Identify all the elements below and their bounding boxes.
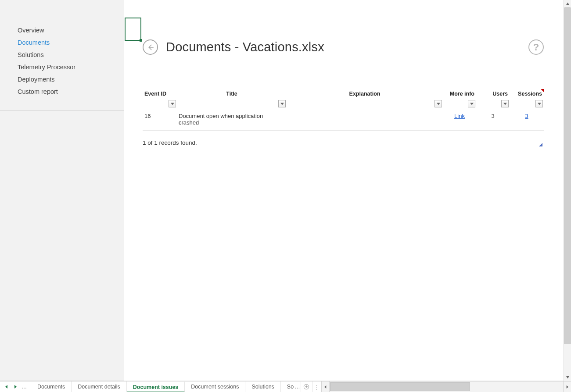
- chevron-down-icon: [470, 103, 474, 105]
- vertical-scrollbar[interactable]: [564, 0, 571, 381]
- sidebar: Overview Documents Solutions Telemetry P…: [0, 0, 124, 381]
- scroll-right-button[interactable]: [563, 381, 571, 392]
- sidebar-item-deployments[interactable]: Deployments: [0, 73, 124, 86]
- chevron-down-icon: [280, 103, 284, 105]
- sheet-nav-more[interactable]: …: [20, 384, 28, 390]
- page-title: Documents - Vacations.xlsx: [166, 40, 324, 54]
- vertical-scroll-track[interactable]: [564, 7, 571, 374]
- tab-document-details[interactable]: Document details: [72, 381, 127, 392]
- horizontal-scroll-track[interactable]: [330, 381, 563, 392]
- col-event-id-label: Event ID: [144, 91, 166, 97]
- col-more-info: More info: [443, 89, 476, 108]
- tab-documents[interactable]: Documents: [31, 381, 72, 392]
- issues-table: Event ID Title Explanation More inf: [143, 89, 544, 146]
- resize-handle-icon[interactable]: [539, 143, 542, 146]
- col-sessions-label: Sessions: [518, 91, 542, 97]
- tab-splitter[interactable]: ⋮: [312, 381, 321, 392]
- horizontal-scroll-thumb[interactable]: [330, 382, 470, 391]
- cell-more-info: Link: [443, 108, 476, 131]
- triangle-right-icon: [13, 385, 18, 389]
- ellipsis-icon: …: [294, 384, 300, 390]
- filter-explanation[interactable]: [435, 100, 442, 107]
- chevron-down-icon: [503, 103, 507, 105]
- sidebar-item-overview[interactable]: Overview: [0, 24, 124, 36]
- scroll-up-button[interactable]: [564, 0, 571, 7]
- question-mark-icon: ?: [533, 42, 539, 53]
- active-cell-indicator: [125, 18, 141, 41]
- triangle-left-icon: [4, 385, 9, 389]
- record-count: 1 of 1 records found.: [143, 139, 544, 146]
- cell-sessions: 3: [510, 108, 544, 131]
- more-info-link[interactable]: Link: [454, 113, 465, 119]
- add-sheet-button[interactable]: [301, 381, 312, 392]
- triangle-left-icon: [323, 385, 327, 389]
- sessions-link[interactable]: 3: [525, 113, 528, 119]
- scroll-left-button[interactable]: [322, 381, 330, 392]
- sheet-nav-next[interactable]: [11, 385, 19, 389]
- col-event-id: Event ID: [143, 89, 177, 108]
- cell-title: Document open when application crashed: [177, 108, 287, 131]
- cell-users: 3: [476, 108, 510, 131]
- tab-document-sessions[interactable]: Document sessions: [185, 381, 245, 392]
- chevron-down-icon: [437, 103, 440, 105]
- filter-users[interactable]: [501, 100, 509, 107]
- sidebar-item-custom-report[interactable]: Custom report: [0, 86, 124, 98]
- col-title-label: Title: [226, 91, 237, 97]
- filter-sessions[interactable]: [535, 100, 543, 107]
- cell-explanation: [287, 108, 443, 131]
- col-explanation: Explanation: [287, 89, 443, 108]
- back-button[interactable]: [143, 39, 158, 55]
- sidebar-item-documents[interactable]: Documents: [0, 36, 124, 49]
- sidebar-item-telemetry-processor[interactable]: Telemetry Processor: [0, 61, 124, 73]
- col-explanation-label: Explanation: [349, 91, 381, 97]
- sidebar-item-solutions[interactable]: Solutions: [0, 49, 124, 61]
- col-sessions: Sessions: [510, 89, 544, 108]
- col-users: Users: [476, 89, 510, 108]
- triangle-right-icon: [565, 385, 569, 389]
- cell-event-id: 16: [143, 108, 177, 131]
- sheet-tab-bar: … Documents Document details Document is…: [0, 381, 571, 392]
- table-row[interactable]: 16 Document open when application crashe…: [143, 108, 544, 131]
- tab-document-issues[interactable]: Document issues: [127, 381, 185, 392]
- filter-title[interactable]: [278, 100, 286, 107]
- plus-circle-icon: [303, 384, 309, 390]
- help-button[interactable]: ?: [528, 39, 544, 55]
- arrow-left-icon: [147, 43, 154, 51]
- scroll-down-button[interactable]: [564, 374, 571, 381]
- col-more-info-label: More info: [450, 91, 474, 97]
- tab-truncated-label: So: [287, 384, 294, 390]
- sheet-nav: …: [0, 381, 31, 392]
- filter-more-info[interactable]: [468, 100, 475, 107]
- triangle-down-icon: [566, 375, 570, 379]
- triangle-up-icon: [566, 2, 570, 6]
- chevron-down-icon: [538, 103, 541, 105]
- vertical-scroll-thumb[interactable]: [564, 7, 571, 344]
- tab-truncated[interactable]: So…: [281, 381, 301, 392]
- chevron-down-icon: [171, 103, 174, 105]
- col-users-label: Users: [492, 91, 508, 97]
- sheet-nav-prev[interactable]: [3, 385, 11, 389]
- horizontal-scrollbar[interactable]: [321, 381, 571, 392]
- main-pane: Documents - Vacations.xlsx ?: [124, 0, 564, 381]
- filter-event-id[interactable]: [169, 100, 176, 107]
- tab-solutions[interactable]: Solutions: [245, 381, 280, 392]
- col-title: Title: [177, 89, 287, 108]
